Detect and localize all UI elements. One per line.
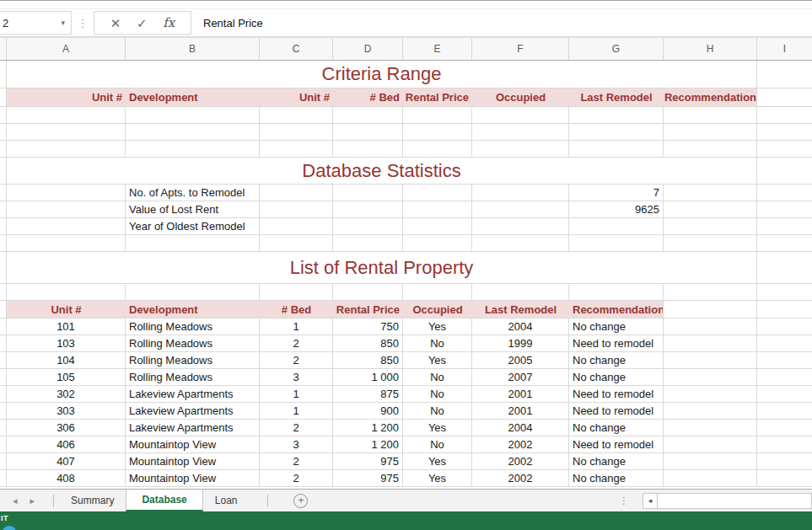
data-cell[interactable]: No change bbox=[569, 470, 664, 486]
data-cell[interactable]: No bbox=[403, 386, 472, 402]
header-cell[interactable]: Rental Price bbox=[403, 88, 472, 106]
column-header-c[interactable]: C bbox=[260, 38, 333, 60]
header-cell[interactable]: Recommendation bbox=[569, 301, 664, 318]
rental-property-title-row-text[interactable]: List of Rental Property bbox=[7, 252, 757, 283]
data-cell[interactable]: No change bbox=[569, 352, 664, 368]
cell[interactable] bbox=[664, 335, 757, 351]
stat-label[interactable]: No. of Apts. to Remodel bbox=[126, 185, 260, 201]
scroll-left-icon[interactable]: ◂ bbox=[643, 493, 658, 509]
cell[interactable] bbox=[126, 107, 260, 123]
cell[interactable] bbox=[126, 124, 260, 140]
data-cell[interactable]: No bbox=[403, 335, 472, 351]
data-cell[interactable]: 2004 bbox=[472, 319, 569, 335]
cell[interactable] bbox=[569, 235, 664, 251]
header-cell[interactable]: Unit # bbox=[7, 88, 126, 106]
header-cell[interactable]: Occupied bbox=[472, 88, 569, 106]
insert-function-icon[interactable]: fx bbox=[163, 15, 175, 30]
cell[interactable] bbox=[757, 335, 812, 351]
data-cell[interactable]: 1 200 bbox=[333, 420, 403, 436]
cell[interactable] bbox=[260, 185, 333, 201]
chevron-down-icon[interactable]: ▾ bbox=[61, 19, 65, 27]
cell[interactable] bbox=[126, 235, 260, 251]
header-cell[interactable]: Unit # bbox=[7, 301, 126, 318]
data-cell[interactable]: 2004 bbox=[472, 420, 569, 436]
add-sheet-button[interactable]: + bbox=[293, 494, 308, 508]
cell[interactable] bbox=[333, 201, 403, 217]
cell[interactable] bbox=[664, 185, 757, 201]
cell[interactable] bbox=[333, 284, 403, 300]
data-cell[interactable]: 1 bbox=[260, 386, 333, 402]
cell[interactable] bbox=[757, 61, 812, 88]
cell[interactable] bbox=[664, 436, 757, 452]
cell[interactable] bbox=[260, 201, 333, 217]
cell[interactable] bbox=[7, 141, 126, 157]
cell[interactable] bbox=[757, 319, 812, 335]
cell[interactable] bbox=[403, 218, 472, 234]
cell[interactable] bbox=[757, 158, 812, 184]
cell[interactable] bbox=[472, 284, 569, 300]
enter-icon[interactable]: ✓ bbox=[137, 17, 148, 29]
stat-label[interactable]: Value of Lost Rent bbox=[126, 201, 260, 217]
cell[interactable] bbox=[333, 124, 403, 140]
data-cell[interactable]: Need to remodel bbox=[569, 436, 664, 452]
cell[interactable] bbox=[757, 352, 812, 368]
cell[interactable] bbox=[757, 88, 812, 106]
data-cell[interactable]: 850 bbox=[333, 335, 403, 351]
cell[interactable] bbox=[757, 403, 812, 419]
cell[interactable] bbox=[757, 235, 812, 251]
column-header-h[interactable]: H bbox=[664, 38, 757, 60]
cell[interactable] bbox=[7, 107, 126, 123]
data-cell[interactable]: 975 bbox=[333, 470, 403, 486]
stat-value[interactable] bbox=[569, 218, 664, 234]
cell[interactable] bbox=[260, 124, 333, 140]
cell[interactable] bbox=[7, 201, 126, 217]
column-header-f[interactable]: F bbox=[472, 38, 569, 60]
cell[interactable] bbox=[403, 107, 472, 123]
name-box[interactable]: 2 ▾ bbox=[0, 11, 72, 35]
cell[interactable] bbox=[664, 403, 757, 419]
data-cell[interactable]: 407 bbox=[7, 453, 126, 469]
cell[interactable] bbox=[757, 185, 812, 201]
data-cell[interactable]: Need to remodel bbox=[569, 335, 664, 351]
header-cell[interactable]: Rental Price bbox=[333, 301, 403, 318]
stat-value[interactable]: 7 bbox=[569, 185, 664, 201]
cell[interactable] bbox=[333, 107, 403, 123]
cell[interactable] bbox=[472, 218, 569, 234]
data-cell[interactable]: 103 bbox=[7, 335, 126, 351]
data-cell[interactable]: 101 bbox=[7, 319, 126, 335]
data-cell[interactable]: 3 bbox=[260, 369, 333, 385]
cell[interactable] bbox=[333, 218, 403, 234]
data-cell[interactable]: Lakeview Apartments bbox=[126, 420, 260, 436]
cell[interactable] bbox=[569, 141, 664, 157]
header-cell[interactable]: Last Remodel bbox=[472, 301, 569, 318]
data-cell[interactable]: 2 bbox=[260, 335, 333, 351]
criteria-range-title-row-text[interactable]: Criteria Range bbox=[7, 61, 757, 88]
cell[interactable] bbox=[664, 352, 757, 368]
cell[interactable] bbox=[664, 124, 757, 140]
stat-value[interactable]: 9625 bbox=[569, 201, 664, 217]
cell[interactable] bbox=[757, 369, 812, 385]
data-cell[interactable]: Yes bbox=[403, 352, 472, 368]
cell[interactable] bbox=[403, 124, 472, 140]
cell[interactable] bbox=[569, 107, 664, 123]
cell[interactable] bbox=[403, 284, 472, 300]
cell[interactable] bbox=[664, 470, 757, 486]
cell[interactable] bbox=[664, 218, 757, 234]
data-cell[interactable]: 406 bbox=[7, 436, 126, 452]
column-header-g[interactable]: G bbox=[569, 38, 664, 60]
cell[interactable] bbox=[7, 218, 126, 234]
cell[interactable] bbox=[664, 107, 757, 123]
data-cell[interactable]: 975 bbox=[333, 453, 403, 469]
header-cell[interactable]: # Bed bbox=[260, 301, 333, 318]
data-cell[interactable]: 105 bbox=[7, 369, 126, 385]
data-cell[interactable]: 2002 bbox=[472, 436, 569, 452]
tab-database[interactable]: Database bbox=[126, 490, 202, 511]
data-cell[interactable]: 2001 bbox=[472, 403, 569, 419]
scrollbar-track[interactable] bbox=[658, 493, 812, 509]
cell[interactable] bbox=[757, 284, 812, 300]
column-header-e[interactable]: E bbox=[403, 38, 472, 60]
cell[interactable] bbox=[126, 141, 260, 157]
data-cell[interactable]: 302 bbox=[7, 386, 126, 402]
column-header-a[interactable]: A bbox=[7, 38, 126, 60]
data-cell[interactable]: Yes bbox=[403, 453, 472, 469]
